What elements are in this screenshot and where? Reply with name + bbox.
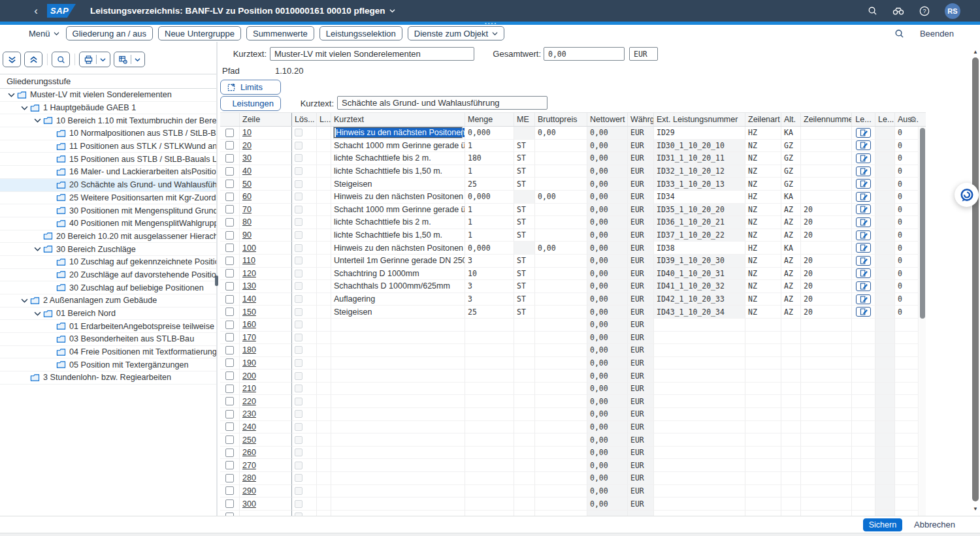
tree-item[interactable]: 04 Freie Positionen mit Textformatierung…: [0, 346, 217, 359]
me-cell[interactable]: [514, 459, 535, 472]
col-zeile[interactable]: Zeile: [240, 113, 292, 126]
bruttopreis-cell[interactable]: [535, 485, 587, 498]
ext-leistungsnummer-cell[interactable]: ID40_1_10_20_31: [654, 268, 745, 281]
edit-langtext-button[interactable]: [856, 204, 871, 214]
zeile-link[interactable]: 140: [242, 294, 256, 304]
edit-langtext-button[interactable]: [856, 281, 871, 291]
ext-leistungsnummer-cell[interactable]: [654, 434, 745, 447]
kurztext-cell[interactable]: lichte Schachttiefe bis 2 m.: [331, 216, 465, 229]
ext-leistungsnummer-cell[interactable]: [654, 497, 745, 511]
kurztext-cell[interactable]: Schacht 1000 mm Gerinne gerade übe...: [331, 140, 465, 153]
me-cell[interactable]: [514, 357, 535, 370]
ext-leistungsnummer-cell[interactable]: [654, 332, 745, 345]
tree-item[interactable]: 10 Bereich 1.10 mit Textumbruchin der Be…: [0, 114, 217, 127]
me-cell[interactable]: ST: [514, 165, 535, 178]
ext-leistungsnummer-cell[interactable]: ID35_1_10_20_20: [654, 204, 745, 217]
kurztext-cell[interactable]: lichte Schachttiefe bis 1,50 m.: [331, 229, 465, 242]
bruttopreis-cell[interactable]: [535, 447, 587, 460]
zeile-link[interactable]: 300: [242, 499, 256, 509]
me-cell[interactable]: [514, 395, 535, 408]
scroll-up-arrow[interactable]: ▲: [971, 47, 980, 56]
row-checkbox[interactable]: [225, 295, 234, 304]
zeilennummer-cell[interactable]: 20: [801, 204, 852, 217]
page-scrollbar-thumb[interactable]: [972, 57, 979, 501]
row-checkbox[interactable]: [225, 449, 234, 457]
kurztext-cell[interactable]: [331, 485, 465, 498]
edit-langtext-button[interactable]: [856, 140, 871, 150]
ext-leistungsnummer-cell[interactable]: [654, 485, 745, 498]
save-button[interactable]: Sichern: [863, 518, 902, 531]
me-cell[interactable]: ST: [514, 255, 535, 268]
me-cell[interactable]: [514, 472, 535, 485]
zeilennummer-cell[interactable]: [801, 319, 852, 332]
bruttopreis-cell[interactable]: [535, 421, 587, 434]
menu-button[interactable]: Menü: [29, 29, 59, 39]
zeile-link[interactable]: 170: [242, 333, 256, 342]
bruttopreis-cell[interactable]: 0,00: [535, 127, 587, 140]
me-cell[interactable]: ST: [514, 204, 535, 217]
me-cell[interactable]: [514, 511, 535, 516]
zeilennummer-cell[interactable]: [801, 459, 852, 472]
ext-leistungsnummer-cell[interactable]: [654, 459, 745, 472]
bruttopreis-cell[interactable]: [535, 204, 587, 217]
menge-cell[interactable]: [465, 344, 514, 357]
zeile-link[interactable]: 160: [242, 320, 256, 329]
menge-cell[interactable]: 0,000: [465, 242, 514, 255]
edit-langtext-button[interactable]: [856, 307, 871, 317]
zeile-link[interactable]: 30: [242, 153, 252, 163]
zeilennummer-cell[interactable]: [801, 447, 852, 460]
menge-cell[interactable]: 1: [465, 165, 514, 178]
menge-cell[interactable]: [465, 447, 514, 460]
bruttopreis-cell[interactable]: [535, 216, 587, 229]
col-bruttopreis[interactable]: Bruttopreis: [535, 113, 587, 126]
edit-langtext-button[interactable]: [856, 268, 871, 278]
zeile-link[interactable]: 230: [242, 409, 256, 418]
bruttopreis-cell[interactable]: [535, 395, 587, 408]
bruttopreis-cell[interactable]: [535, 511, 587, 516]
zeilennummer-cell[interactable]: [801, 485, 852, 498]
bruttopreis-cell[interactable]: [535, 178, 587, 191]
me-cell[interactable]: ST: [514, 268, 535, 281]
ext-leistungsnummer-cell[interactable]: ID41_1_10_20_32: [654, 280, 745, 293]
me-cell[interactable]: [514, 497, 535, 511]
row-checkbox[interactable]: [225, 244, 234, 252]
menge-cell[interactable]: 25: [465, 306, 514, 319]
row-checkbox[interactable]: [225, 333, 234, 341]
toolbar-button[interactable]: Summenwerte: [246, 26, 314, 40]
menge-cell[interactable]: [465, 511, 514, 516]
bruttopreis-cell[interactable]: [535, 293, 587, 306]
tree-item[interactable]: 15 Positionen aus STLB / StLB-Bauals Lei…: [0, 153, 217, 166]
bruttopreis-cell[interactable]: [535, 497, 587, 511]
kurztext-cell[interactable]: [331, 434, 465, 447]
zeilennummer-cell[interactable]: 20: [801, 306, 852, 319]
beenden-button[interactable]: Beenden: [920, 29, 954, 39]
zeile-link[interactable]: 210: [242, 384, 256, 393]
leistungen-button[interactable]: Leistungen: [220, 96, 281, 111]
me-cell[interactable]: ST: [514, 216, 535, 229]
me-cell[interactable]: ST: [514, 229, 535, 242]
col-alt[interactable]: Alt.: [781, 113, 801, 126]
me-cell[interactable]: [514, 447, 535, 460]
col-le1[interactable]: Le...: [852, 113, 875, 126]
table-settings-gear-icon[interactable]: ⚙: [909, 115, 917, 124]
ext-leistungsnummer-cell[interactable]: ID43_1_10_20_34: [654, 306, 745, 319]
zeilennummer-cell[interactable]: [801, 152, 852, 165]
tree-item[interactable]: 03 Besonderheiten aus STLB-Bau: [0, 333, 217, 346]
zeilennummer-cell[interactable]: 20: [801, 280, 852, 293]
menge-cell[interactable]: [465, 370, 514, 383]
edit-langtext-button[interactable]: [856, 128, 871, 138]
ext-leistungsnummer-cell[interactable]: [654, 370, 745, 383]
kurztext-cell[interactable]: [331, 332, 465, 345]
menge-cell[interactable]: 1: [465, 229, 514, 242]
zeile-link[interactable]: 80: [242, 217, 252, 227]
tree-item[interactable]: 01 ErdarbeitenAngebotspreise teilweise i…: [0, 320, 217, 333]
bruttopreis-cell[interactable]: [535, 383, 587, 396]
print-split-button[interactable]: [79, 52, 110, 67]
ext-leistungsnummer-cell[interactable]: [654, 421, 745, 434]
kurztext-cell[interactable]: [331, 370, 465, 383]
tree-item[interactable]: Muster-LV mit vielen Sonderelementen: [0, 89, 217, 102]
kurztext-cell[interactable]: Steigeisen: [331, 306, 465, 319]
zeilennummer-cell[interactable]: 20: [801, 216, 852, 229]
ext-leistungsnummer-cell[interactable]: [654, 357, 745, 370]
kurztext-cell[interactable]: [331, 511, 465, 516]
